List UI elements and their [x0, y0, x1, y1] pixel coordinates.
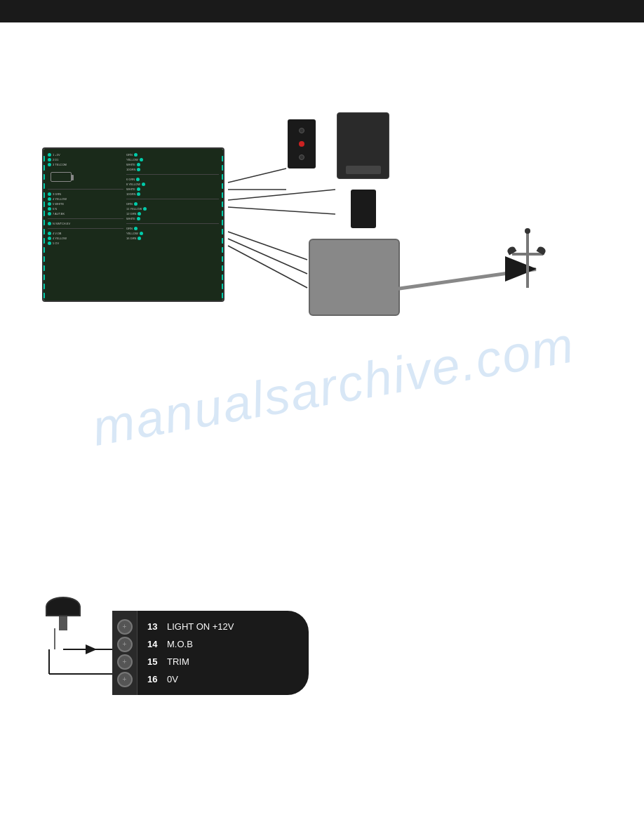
pcb-label: GRN	[126, 227, 133, 230]
pcb-row: 5 OV	[48, 241, 123, 245]
pcb-label: 3 GRN	[53, 192, 61, 196]
anemometer-top-cap	[525, 228, 530, 234]
terminal-num-14: 14	[147, 639, 161, 649]
svg-line-0	[228, 168, 286, 183]
anemometer-vertical-arm	[526, 232, 529, 288]
pcb-divider	[48, 228, 123, 229]
pcb-dot	[140, 232, 143, 235]
pcb-label: 12 GRN	[126, 212, 136, 216]
anemometer-horizontal-arm	[512, 253, 543, 256]
pin-left-13	[42, 265, 45, 271]
pcb-row: 4 V.OB	[48, 232, 123, 235]
terminal-row-14: 14 M.O.B	[147, 639, 299, 649]
battery-area	[48, 171, 123, 183]
pin-right-9	[222, 229, 224, 234]
terminal-num-16: 16	[147, 674, 161, 684]
pcb-row: WHITE	[126, 163, 219, 166]
pcb-label: WHITE	[126, 217, 135, 220]
pcb-row: YELLOW	[126, 158, 219, 161]
pcb-row: 12 GRN	[126, 212, 219, 216]
pcb-row: GRN	[126, 153, 219, 157]
svg-line-3	[228, 207, 335, 214]
terminal-screw-13	[117, 619, 133, 635]
pcb-row: 5 WHITE	[48, 202, 123, 206]
pcb-row: 6 GRN	[126, 178, 219, 181]
pcb-dot	[134, 227, 137, 230]
battery-symbol	[51, 172, 72, 182]
pin-left-12	[42, 256, 45, 262]
pcb-row: 11 YELLOW	[126, 207, 219, 211]
pcb-label: 10GRN	[126, 168, 135, 171]
header-bar	[0, 0, 644, 22]
small-connector-bottom	[351, 190, 376, 228]
pcb-right-column: GRN YELLOW WHITE 10GRN 6 GRN	[126, 153, 219, 296]
pcb-row: 2 D1	[48, 158, 123, 161]
pcb-dot	[137, 217, 140, 220]
pcb-label: 5 OV	[53, 241, 59, 245]
pin-right-15	[222, 284, 224, 289]
pin-left-11	[42, 247, 45, 253]
pcb-dot	[137, 192, 140, 196]
pcb-row: 3 GRN	[48, 192, 123, 196]
pcb-row: 10GRN	[126, 192, 219, 196]
pcb-label: WHITE	[126, 163, 135, 166]
terminal-row-16: 16 0V	[147, 674, 299, 684]
pcb-row: 3 TELCOM	[48, 163, 123, 166]
pcb-label: 7 AUT.BK	[53, 212, 65, 216]
pin-right-2	[222, 165, 224, 171]
pcb-row: WHITE	[126, 217, 219, 220]
terminal-label-14: M.O.B	[167, 639, 193, 649]
pcb-label: 6 N	[53, 207, 57, 211]
pcb-dot	[137, 237, 141, 240]
pin-right-12	[222, 256, 224, 262]
pcb-dot	[137, 168, 140, 171]
pcb-divider	[126, 199, 219, 199]
terminal-num-13: 13	[147, 621, 161, 632]
pin-left-8	[42, 220, 45, 225]
pin-left-10	[42, 238, 45, 244]
connector-dot-black-2	[299, 154, 304, 160]
terminal-label-16: 0V	[167, 674, 178, 684]
pcb-dot	[140, 158, 143, 161]
pcb-label: 2 D1	[53, 158, 58, 161]
pcb-dot	[48, 232, 51, 235]
pcb-dot	[48, 202, 51, 206]
pin-left-6	[42, 201, 45, 207]
pin-left-16	[42, 293, 45, 298]
terminal-labels: 13 LIGHT ON +12V 14 M.O.B 15 TRIM 16 0V	[137, 611, 309, 695]
pcb-content: 1 +5V 2 D1 3 TELCOM 3 GRN	[43, 149, 223, 300]
pin-right-14	[222, 274, 224, 280]
diagram-area: 1 +5V 2 D1 3 TELCOM 3 GRN	[42, 35, 603, 527]
pcb-row: 4 YELLOW	[48, 197, 123, 201]
pin-left-3	[42, 174, 45, 180]
pcb-label: 10GRN	[126, 192, 135, 196]
small-connector-top	[288, 119, 316, 168]
pcb-dot	[48, 241, 51, 245]
pcb-dot	[48, 222, 51, 225]
pcb-row: 4 YELLOW	[48, 237, 123, 240]
pin-right-16	[222, 293, 224, 298]
pcb-row: 8 YELLOW	[126, 183, 219, 186]
pcb-dot	[48, 212, 51, 216]
pcb-row: GRN	[126, 202, 219, 206]
pcb-dot	[136, 178, 140, 181]
pcb-row: 1 +5V	[48, 153, 123, 157]
pin-right-4	[222, 183, 224, 189]
pcb-label: 4 V.OB	[53, 232, 62, 235]
pin-left-2	[42, 165, 45, 171]
terminal-label-15: TRIM	[167, 656, 189, 667]
terminal-screws	[112, 611, 137, 695]
pcb-dot	[48, 153, 51, 157]
svg-line-2	[228, 190, 335, 200]
terminal-screw-15	[117, 654, 133, 670]
pin-right-3	[222, 174, 224, 180]
pcb-label: 8 YELLOW	[126, 183, 140, 186]
pin-right-5	[222, 192, 224, 198]
pin-left-15	[42, 284, 45, 289]
terminal-label-13: LIGHT ON +12V	[167, 621, 234, 632]
pcb-label: YELLOW	[126, 232, 138, 235]
pin-left-5	[42, 192, 45, 198]
pcb-label: N SWTCH.EV	[53, 222, 70, 225]
pcb-left-column: 1 +5V 2 D1 3 TELCOM 3 GRN	[48, 153, 123, 296]
bottom-section: 13 LIGHT ON +12V 14 M.O.B 15 TRIM 16 0V	[42, 597, 533, 779]
